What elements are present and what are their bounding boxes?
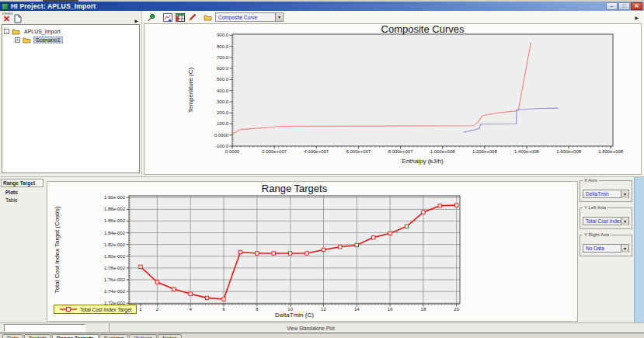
plot-toolbar: Composite Curve ▾ ▶	[142, 11, 644, 23]
folder-icon	[12, 28, 20, 35]
svg-text:1.88e-002: 1.88e-002	[104, 207, 126, 211]
chevron-down-icon[interactable]: ▾	[621, 190, 628, 198]
tab-notes[interactable]: Notes	[158, 334, 181, 338]
status-box	[4, 324, 85, 332]
svg-text:1.200e+008: 1.200e+008	[472, 149, 498, 154]
svg-text:8.000e+007: 8.000e+007	[388, 149, 414, 154]
svg-text:18: 18	[421, 307, 426, 312]
close-button[interactable]: ✕	[631, 2, 642, 10]
views-toolbar: Views ✕ ▶	[0, 11, 141, 24]
svg-text:20: 20	[454, 307, 459, 312]
tree-node-project[interactable]: - APLUS_Import	[4, 27, 138, 36]
views-toolbar-label: Views	[2, 11, 13, 16]
svg-text:1.400e+008: 1.400e+008	[514, 149, 540, 154]
svg-text:0.0000: 0.0000	[225, 149, 240, 154]
top-area: Views ✕ ▶ - APLUS_Import + Scenario1	[0, 11, 644, 177]
range-targets-area: Range Target Plots Table 124681012141618…	[0, 177, 644, 322]
svg-text:1.000e+008: 1.000e+008	[430, 149, 456, 154]
svg-text:0.0000: 0.0000	[214, 133, 229, 138]
view-standalone-plot-link[interactable]: View Standalone Plot	[233, 326, 388, 331]
svg-text:6.000e+007: 6.000e+007	[346, 149, 371, 154]
views-overflow-arrow-icon[interactable]: ▶	[134, 18, 138, 23]
chevron-down-icon[interactable]: ▾	[621, 245, 628, 253]
svg-text:1.86e-002: 1.86e-002	[104, 218, 126, 223]
minimize-button[interactable]: –	[606, 2, 618, 10]
svg-text:14: 14	[354, 307, 360, 312]
range-legend: Total Cost Index Target	[54, 305, 137, 314]
plot-type-select[interactable]: Composite Curve ▾	[215, 12, 284, 22]
svg-text:1.84e-002: 1.84e-002	[104, 231, 126, 235]
footer-divider	[109, 323, 110, 333]
svg-text:12: 12	[321, 307, 326, 312]
sidebar-header: Range Target	[1, 179, 44, 187]
expander-icon[interactable]: -	[4, 29, 9, 34]
svg-text:1.82e-002: 1.82e-002	[104, 242, 126, 247]
application-window: HI Project: APLUS_Import – □ ✕ Views ✕ ▶…	[0, 0, 644, 338]
svg-text:2: 2	[156, 307, 159, 312]
y-left-axis-select[interactable]: Total Cost Index Target ▾	[583, 217, 629, 225]
copy-plot-icon[interactable]	[163, 13, 172, 22]
tab-options[interactable]: Options	[129, 334, 157, 338]
chevron-down-icon[interactable]: ▾	[621, 218, 628, 225]
svg-text:300.0: 300.0	[217, 99, 229, 104]
delete-view-icon[interactable]: ✕	[3, 15, 10, 23]
maximize-button[interactable]: □	[618, 2, 630, 10]
svg-text:100.0: 100.0	[217, 121, 229, 126]
svg-text:-100.0: -100.0	[215, 144, 229, 148]
svg-text:500.0: 500.0	[217, 77, 229, 82]
new-view-icon[interactable]	[14, 14, 22, 23]
x-axis-label: X Axis	[583, 178, 599, 183]
svg-text:1.78e-002: 1.78e-002	[104, 266, 126, 270]
tab-data[interactable]: Data	[2, 334, 23, 338]
axis-controls: X Axis DeltaTmin ▾ Y Left Axis Total Cos…	[578, 177, 634, 322]
y-left-axis-label: Y Left Axis	[583, 205, 607, 210]
sidebar-item-table[interactable]: Table	[1, 195, 45, 203]
folder-icon[interactable]	[204, 14, 212, 21]
toolbar-overflow-arrow-icon[interactable]: ▶	[635, 15, 639, 20]
svg-text:4: 4	[190, 307, 193, 312]
svg-text:8: 8	[256, 307, 259, 312]
svg-text:1.90e-002: 1.90e-002	[104, 195, 126, 200]
pin-icon[interactable]	[147, 13, 155, 22]
chevron-down-icon[interactable]: ▾	[275, 13, 283, 21]
tab-targets[interactable]: Targets	[24, 334, 51, 338]
views-panel: Views ✕ ▶ - APLUS_Import + Scenario1	[0, 11, 142, 176]
parent-window-sliver	[0, 0, 644, 2]
y-right-axis-select[interactable]: No Data ▾	[583, 244, 629, 253]
svg-text:4.000e+007: 4.000e+007	[304, 149, 329, 154]
parent-window-fragment	[43, 0, 78, 2]
svg-text:Composite Curves: Composite Curves	[381, 24, 465, 35]
expander-icon[interactable]: +	[15, 37, 20, 43]
svg-text:1: 1	[139, 307, 142, 312]
svg-text:Total Cost Index Target (Cost/: Total Cost Index Target (Cost/s)	[54, 206, 61, 293]
svg-text:DeltaTmin (C): DeltaTmin (C)	[275, 312, 314, 319]
svg-text:600.0: 600.0	[217, 66, 229, 71]
y-left-axis-group: Y Left Axis Total Cost Index Target ▾	[580, 207, 632, 229]
pencil-icon[interactable]	[188, 13, 197, 22]
y-right-axis-group: Y Right Axis No Data ▾	[580, 235, 632, 256]
tree-node-scenario[interactable]: + Scenario1	[4, 36, 138, 44]
svg-text:1.800e+008: 1.800e+008	[598, 149, 624, 154]
svg-text:700.0: 700.0	[217, 55, 229, 60]
x-axis-group: X Axis DeltaTmin ▾	[580, 180, 632, 202]
legend-label: Total Cost Index Target	[80, 307, 131, 312]
table-icon[interactable]	[176, 13, 185, 22]
x-axis-select[interactable]: DeltaTmin ▾	[583, 190, 629, 198]
window-title: HI Project: APLUS_Import	[11, 2, 96, 10]
window-edge-strip	[634, 177, 644, 322]
sidebar-item-plots[interactable]: Plots	[1, 187, 45, 195]
app-icon	[2, 3, 9, 10]
plot-type-value: Composite Curve	[216, 15, 275, 20]
tab-range-targets[interactable]: Range Targets	[52, 334, 99, 338]
footer-bar: View Standalone Plot	[0, 322, 644, 333]
svg-text:800.0: 800.0	[217, 44, 229, 49]
titlebar[interactable]: HI Project: APLUS_Import – □ ✕	[0, 2, 644, 11]
y-right-axis-label: Y Right Axis	[583, 232, 611, 237]
tab-designs[interactable]: Designs	[99, 334, 128, 338]
bottom-tab-strip: Data Targets Range Targets Designs Optio…	[0, 333, 644, 338]
svg-text:1.80e-002: 1.80e-002	[104, 254, 126, 259]
range-sidebar: Range Target Plots Table	[0, 177, 45, 322]
svg-text:Temperature (C): Temperature (C)	[187, 68, 194, 113]
svg-text:Range Targets: Range Targets	[262, 183, 328, 194]
svg-text:16: 16	[388, 307, 393, 312]
